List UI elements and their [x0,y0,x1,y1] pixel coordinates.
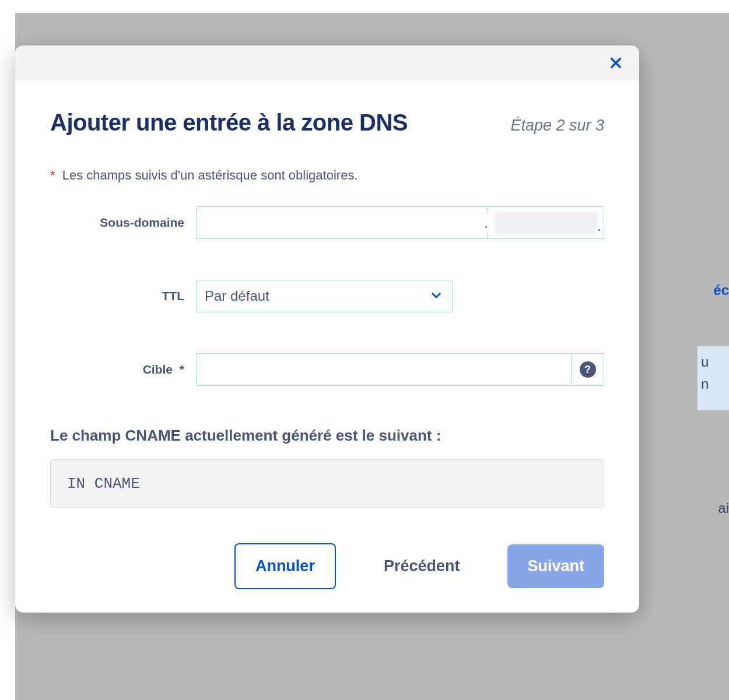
modal-footer: Annuler Précédent Suivant [50,543,604,589]
step-indicator: Étape 2 sur 3 [510,117,604,135]
title-row: Ajouter une entrée à la zone DNS Étape 2… [50,110,604,136]
modal-overlay: Ajouter une entrée à la zone DNS Étape 2… [0,0,729,700]
label-subdomain: Sous-domaine [50,216,196,230]
form-row-subdomain: Sous-domaine . . [50,206,604,239]
domain-suffix-display: . . [488,206,604,239]
help-button[interactable]: ? [572,353,604,386]
required-note: * Les champs suivis d'un astérisque sont… [50,168,604,183]
subdomain-input-group: . . [196,206,604,239]
form-row-cible: Cible * ? [50,353,604,386]
close-button[interactable] [604,51,628,75]
close-icon [608,55,624,71]
modal-body: Ajouter une entrée à la zone DNS Étape 2… [15,80,639,613]
label-cible-required: * [180,363,184,376]
ttl-select[interactable] [196,280,453,312]
modal-header [15,45,639,80]
domain-dot: . [484,214,488,232]
modal-title: Ajouter une entrée à la zone DNS [50,110,408,136]
domain-blurred [495,212,598,234]
help-icon: ? [580,361,596,378]
label-cible-text: Cible [143,363,173,376]
next-button[interactable]: Suivant [507,544,604,588]
label-cible: Cible * [50,363,196,377]
label-ttl: TTL [50,289,196,303]
required-note-text: Les champs suivis d'un astérisque sont o… [62,168,358,182]
cible-input[interactable] [196,353,572,386]
subdomain-input[interactable] [196,206,488,239]
asterisk-icon: * [50,168,55,182]
cible-input-group: ? [196,353,604,386]
prev-button[interactable]: Précédent [364,544,480,588]
ttl-select-wrapper [196,280,453,312]
modal-dialog: Ajouter une entrée à la zone DNS Étape 2… [15,45,639,613]
generated-field-label: Le champ CNAME actuellement généré est l… [50,427,604,445]
form-row-ttl: TTL [50,280,604,312]
domain-trailing-dot: . [597,217,601,235]
generated-field-value: IN CNAME [50,459,604,508]
cancel-button[interactable]: Annuler [234,543,336,589]
